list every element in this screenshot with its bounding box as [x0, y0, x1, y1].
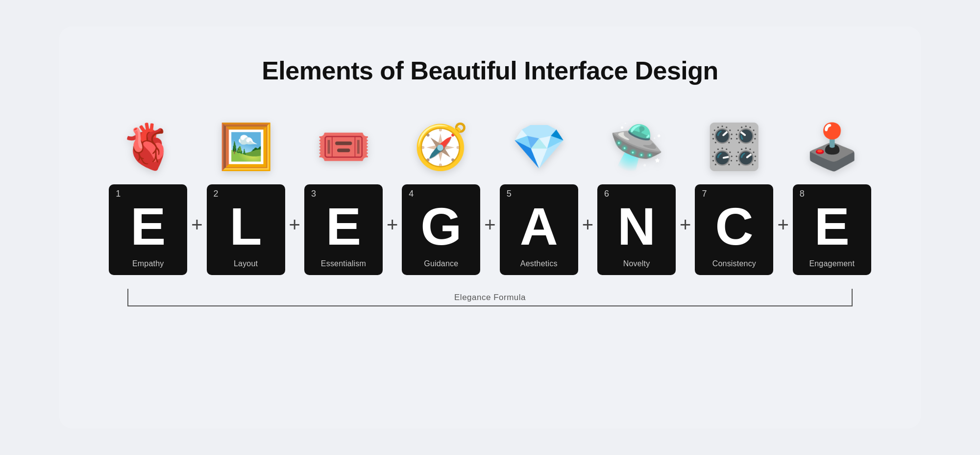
emoji-icon-engagement: 🕹️ — [805, 125, 859, 169]
emoji-guidance: 🧭 — [414, 115, 468, 178]
emoji-aesthetics: 💎 — [512, 115, 566, 178]
emoji-icon-layout: 🖼️ — [219, 125, 273, 169]
tile-guidance: 4GGuidance — [402, 184, 480, 275]
tile-number-novelty: 6 — [604, 189, 609, 198]
plus-sign-4: + — [480, 214, 499, 275]
tile-number-engagement: 8 — [800, 189, 805, 198]
emoji-engagement: 🕹️ — [805, 115, 859, 178]
element-col-aesthetics: 💎5AAesthetics — [500, 115, 578, 275]
emoji-icon-consistency: 🎛️ — [707, 125, 761, 169]
tile-word-novelty: Novelty — [623, 259, 650, 268]
tile-letter-guidance: G — [420, 200, 462, 253]
tile-essentialism: 3EEssentialism — [304, 184, 383, 275]
element-col-engagement: 🕹️8EEngagement — [793, 115, 871, 275]
bracket-left-vertical — [127, 289, 128, 306]
tile-empathy: 1EEmpathy — [109, 184, 187, 275]
emoji-layout: 🖼️ — [219, 115, 273, 178]
tile-word-guidance: Guidance — [424, 259, 458, 268]
plus-sign-5: + — [578, 214, 597, 275]
emoji-empathy: 🫀 — [121, 115, 175, 178]
emoji-essentialism: 🎟️ — [316, 115, 371, 178]
plus-sign-7: + — [773, 214, 792, 275]
element-col-layout: 🖼️2LLayout — [207, 115, 285, 275]
tile-word-consistency: Consistency — [712, 259, 756, 268]
plus-sign-6: + — [676, 214, 695, 275]
emoji-novelty: 🛸 — [609, 115, 664, 178]
tile-word-aesthetics: Aesthetics — [520, 259, 558, 268]
emoji-icon-aesthetics: 💎 — [512, 125, 566, 169]
tile-word-engagement: Engagement — [809, 259, 855, 268]
tile-number-essentialism: 3 — [311, 189, 316, 198]
tile-word-empathy: Empathy — [132, 259, 164, 268]
bracket-right-vertical — [852, 289, 853, 306]
tile-aesthetics: 5AAesthetics — [500, 184, 578, 275]
tile-number-aesthetics: 5 — [507, 189, 512, 198]
tile-number-empathy: 1 — [116, 189, 121, 198]
element-col-empathy: 🫀1EEmpathy — [109, 115, 187, 275]
formula-bracket: Elegance Formula — [127, 289, 853, 306]
tile-word-essentialism: Essentialism — [321, 259, 366, 268]
element-col-novelty: 🛸6NNovelty — [597, 115, 676, 275]
elements-row: 🫀1EEmpathy+🖼️2LLayout+🎟️3EEssentialism+🧭… — [88, 115, 892, 275]
tile-consistency: 7CConsistency — [695, 184, 773, 275]
tile-layout: 2LLayout — [207, 184, 285, 275]
tile-letter-novelty: N — [617, 200, 656, 253]
formula-label: Elegance Formula — [446, 293, 534, 303]
main-card: Elements of Beautiful Interface Design 🫀… — [59, 26, 921, 429]
element-col-guidance: 🧭4GGuidance — [402, 115, 480, 275]
tile-word-layout: Layout — [234, 259, 258, 268]
bracket-bottom-right — [490, 305, 853, 306]
tile-letter-consistency: C — [715, 200, 753, 253]
element-col-consistency: 🎛️7CConsistency — [695, 115, 773, 275]
tile-letter-essentialism: E — [326, 200, 361, 253]
tile-letter-engagement: E — [814, 200, 850, 253]
page-title: Elements of Beautiful Interface Design — [262, 56, 718, 85]
tile-engagement: 8EEngagement — [793, 184, 871, 275]
tile-number-guidance: 4 — [409, 189, 414, 198]
emoji-icon-essentialism: 🎟️ — [316, 125, 371, 169]
tile-novelty: 6NNovelty — [597, 184, 676, 275]
emoji-icon-novelty: 🛸 — [609, 125, 664, 169]
element-col-essentialism: 🎟️3EEssentialism — [304, 115, 383, 275]
tile-letter-aesthetics: A — [520, 200, 558, 253]
emoji-consistency: 🎛️ — [707, 115, 761, 178]
plus-sign-2: + — [285, 214, 304, 275]
plus-sign-3: + — [383, 214, 402, 275]
tile-letter-layout: L — [230, 200, 262, 253]
emoji-icon-empathy: 🫀 — [121, 125, 175, 169]
bracket-bottom-left — [127, 305, 490, 306]
tile-number-layout: 2 — [214, 189, 219, 198]
plus-sign-1: + — [187, 214, 206, 275]
tile-letter-empathy: E — [130, 200, 166, 253]
tile-number-consistency: 7 — [702, 189, 707, 198]
emoji-icon-guidance: 🧭 — [414, 125, 468, 169]
formula-container: Elegance Formula — [88, 289, 892, 306]
